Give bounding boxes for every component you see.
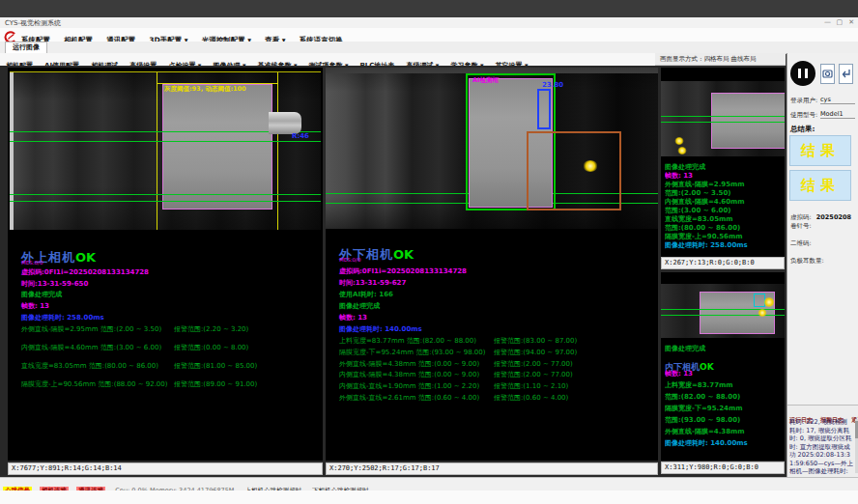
- ai-frame-label: AI检测框: [472, 76, 499, 85]
- coord-bar-outer-bottom: X:270;Y:2502;R:17;G:17;B:17: [326, 462, 658, 475]
- maximize-button[interactable]: ▢: [836, 18, 843, 26]
- camera-panel-inner-top: 图像处理完成 帧数: 13 外侧直线-隔膜=2.95mm 范围:(2.00 ~ …: [661, 68, 785, 257]
- status-line: 图像处理完成: [665, 344, 783, 353]
- winding-pin-label: 卷针号:: [790, 222, 812, 231]
- frame-line: 帧数: 13: [21, 301, 49, 311]
- done-line: 图像处理完成: [21, 290, 62, 299]
- measure-line: 隔膜宽度-下=95.24mm: [665, 404, 783, 413]
- camera-image-outer-top[interactable]: 灰度阈值:93, 动态阈值:100 R:46: [10, 71, 321, 230]
- measure-value: 隔膜宽度-下=95.24mm 范围:(93.00 ~ 98.00): [339, 348, 486, 357]
- export-button[interactable]: [839, 64, 853, 84]
- measure-value: 内侧直线-隔膜=4.60mm 范围:(3.00 ~ 6.00): [21, 343, 168, 352]
- marker-value-text: R:46: [292, 132, 309, 140]
- cost-line: 图像处理耗时: 258.00ms: [665, 240, 783, 250]
- glare-spot: [583, 160, 598, 172]
- pause-icon: [805, 69, 808, 78]
- alarm-range: 报警范围:(2.00 ~ 77.00): [494, 370, 573, 379]
- menu-bar: 系统配置 相机配置 通讯配置 3D手配置 ▾ 光源控制配置 ▾ 查看 ▾ 系统语…: [0, 28, 858, 42]
- cost-line: 图像处理耗时: 258.00ms: [21, 313, 104, 322]
- measure-value: 内侧直线-直线=1.90mm 范围:(1.00 ~ 2.20): [339, 381, 486, 391]
- battery-cell-region: [711, 93, 785, 149]
- model-field[interactable]: Model1: [820, 110, 855, 119]
- view-mode-bar[interactable]: 画面显示方式：四格布局 曲线布局: [655, 53, 786, 66]
- alarm-range: 报警范围:(83.00 ~ 87.00): [494, 336, 577, 346]
- camera-status-ok: OK: [75, 250, 96, 265]
- toolbar: 相机配置 AI使用配置 相机调试 高级设置 点检设置 ▾ 图像处理 ▾ 基准线参…: [0, 53, 655, 67]
- baseline-2: [661, 122, 785, 123]
- camera-status-ok: OK: [393, 247, 414, 262]
- measure-line-left: [157, 72, 157, 230]
- camera-panel-inner-bottom: 图像处理完成 内下相机OK 帧数: 13 上料宽度=83.77mm 范围:(82…: [661, 272, 785, 461]
- login-user-label: 登录用户:: [790, 97, 817, 105]
- measure-value: 隔膜宽度-上=90.56mm 范围:(88.00 ~ 92.00): [21, 379, 168, 389]
- baseline-2: [10, 141, 321, 142]
- control-panel: 登录用户: cys 使用型号: Model1 总结果: 结果 结果 虚拟码: 2…: [786, 53, 858, 477]
- baseline-4: [10, 201, 321, 202]
- baseline-3: [10, 194, 321, 195]
- time-line: 时间:13-31-59-627: [339, 278, 406, 288]
- alarm-range: 报警范围:(0.60 ~ 4.00): [494, 393, 568, 403]
- roller-object: [269, 112, 301, 134]
- top-measure-line: [157, 83, 278, 84]
- virtual-code-line: 虚拟码:0FI1i=20250208133134728: [21, 267, 149, 277]
- ai-cost-line: 使用AI耗时: 166: [339, 290, 393, 299]
- measure-value: 外侧直线-隔膜=4.38mm 范围:(0.00 ~ 9.00): [339, 359, 486, 369]
- tab-run-image[interactable]: 运行图像: [5, 42, 47, 53]
- status-bar: 心跳信号 相机连接 通讯连接 Cpu: 0.0% Memory: 3424.41…: [0, 477, 858, 491]
- pause-icon: [798, 69, 801, 78]
- alarm-range: 报警范围:(94.00 ~ 97.00): [494, 348, 577, 357]
- cost-line: 图像处理耗时: 140.00ms: [665, 438, 783, 448]
- alarm-range: 报警范围:(2.00 ~ 77.00): [494, 359, 573, 369]
- alarm-range: 报警范围:(1.10 ~ 2.10): [494, 381, 568, 391]
- glare-spot: [763, 297, 775, 307]
- camera-image-outer-bottom[interactable]: AI检测框 23.80: [326, 68, 658, 229]
- coord-bar-inner-top: X:267;Y:13;R:0;G:0;B:0: [661, 257, 785, 269]
- bottom-strip: [0, 490, 858, 504]
- alarm-range: 报警范围:(81.00 ~ 85.00): [174, 361, 257, 371]
- log-text[interactable]: 耗时: 222, 瑕疵检测耗时: 17, 瑕疵分离耗时: 0, 瑕疵提取分区耗时…: [789, 418, 853, 474]
- result-indicator-bottom: 结果: [789, 170, 851, 201]
- coord-bar-inner-bottom: X:311;Y:980;R:0;G:0;B:0: [661, 462, 785, 474]
- measure-line: 上料宽度=83.77mm: [665, 380, 783, 390]
- model-label: 使用型号:: [790, 111, 817, 120]
- roi-box-orange: [527, 131, 621, 210]
- measure-line: 外侧直线-隔膜=4.38mm: [665, 427, 783, 436]
- threshold-overlay-text: 灰度阈值:93, 动态阈值:100: [164, 85, 246, 94]
- close-button[interactable]: ✕: [848, 18, 854, 26]
- time-line: 时间:13-31-59-650: [21, 279, 88, 289]
- camera-image-inner-bottom[interactable]: [661, 284, 785, 338]
- app-window: CYS-视觉检测系统 — ▢ ✕ 系统配置 相机配置 通讯配置 3D手配置 ▾ …: [0, 0, 858, 504]
- result-indicator-top: 结果: [789, 135, 851, 166]
- virtual-code-line: 虚拟码:0FI1i=20250208133134728: [339, 266, 467, 276]
- cost-line: 图像处理耗时: 140.00ms: [339, 324, 422, 334]
- measure-line: 范围:(93.00 ~ 98.00): [665, 415, 783, 425]
- glare-spot: [677, 147, 687, 154]
- camera-image-inner-top[interactable]: [661, 81, 785, 156]
- camera-panel-outer-bottom: AI检测框 23.80 外下相机OK MES:0/0 虚拟码:0FI1i=202…: [326, 68, 658, 461]
- virtual-code-label: 虚拟码:: [790, 213, 812, 221]
- total-result-label: 总结果:: [790, 125, 815, 134]
- frame-line: 帧数: 13: [339, 313, 367, 322]
- alarm-range: 报警范围:(0.00 ~ 8.00): [174, 343, 248, 352]
- virtual-code-value: 20250208: [816, 213, 851, 221]
- measure-value: 直线宽度=83.05mm 范围:(80.00 ~ 86.00): [21, 361, 168, 371]
- tab-detect-box: [537, 89, 551, 129]
- measure-value: 外侧直线-隔膜=2.95mm 范围:(2.00 ~ 3.50): [21, 324, 168, 334]
- camera-panel-outer-top: 灰度阈值:93, 动态阈值:100 R:46 外上相机OK MES:0/0 虚拟…: [8, 68, 323, 461]
- alarm-range: 报警范围:(89.00 ~ 91.00): [174, 379, 257, 389]
- mes-flag-text: MES:0/0: [339, 257, 360, 263]
- frame-line: 帧数: 13: [665, 369, 783, 378]
- measure-line-right: [277, 72, 278, 230]
- alarm-range: 报警范围:(2.20 ~ 3.20): [174, 324, 248, 334]
- login-user-field[interactable]: cys: [820, 96, 855, 104]
- virtual-code-row: 虚拟码: 20250208: [790, 205, 851, 223]
- done-line: 图像处理完成: [339, 301, 380, 311]
- snapshot-button[interactable]: [820, 64, 835, 84]
- baseline-1: [661, 116, 785, 117]
- pause-button[interactable]: [790, 61, 815, 86]
- negative-tab-count-label: 负极耳数量:: [790, 257, 824, 266]
- minimize-button[interactable]: —: [824, 18, 831, 26]
- mes-flag-text: MES:0/0: [21, 260, 43, 266]
- qr-code-label: 二维码:: [790, 239, 812, 248]
- log-section: 运行日志 报警日志 通讯日志 耗时: 222, 瑕疵检测耗时: 17, 瑕疵分离…: [787, 405, 858, 478]
